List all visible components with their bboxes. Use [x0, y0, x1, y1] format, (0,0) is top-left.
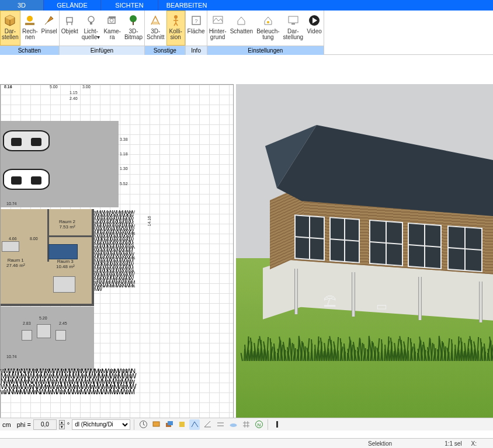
- dim-label: 8.00: [30, 237, 38, 241]
- plan-terrace: [1, 307, 94, 370]
- svg-point-11: [174, 15, 178, 19]
- divider: [268, 419, 268, 430]
- plan-2d-viewport[interactable]: Raum 1 27.46 m² Raum 2 7.53 m² Raum 3 10…: [0, 84, 234, 419]
- bulb-icon: [84, 13, 99, 28]
- flaeche-button[interactable]: ? Fläche: [186, 11, 207, 46]
- beleuchtung-label: Beleuch- tung: [256, 29, 279, 40]
- grid-icon[interactable]: [241, 419, 251, 430]
- schatten-button[interactable]: Schatten: [228, 11, 255, 46]
- objekt-label: Objekt: [61, 29, 78, 34]
- ribbon-group-sonstige: 3D- Schnitt Kolli- sion Sonstige: [145, 11, 186, 55]
- person-icon: [168, 13, 183, 28]
- layers-icon[interactable]: [164, 419, 174, 430]
- rechnen-button[interactable]: Rech- nen: [20, 11, 40, 46]
- monitor-icon: [286, 13, 301, 28]
- room-3-label: Raum 3 10.48 m²: [56, 259, 75, 269]
- dim-label: 2.83: [23, 321, 31, 325]
- svg-rect-4: [90, 22, 92, 25]
- svg-rect-10: [152, 22, 158, 25]
- plane-icon[interactable]: [228, 419, 238, 430]
- svg-rect-16: [289, 16, 298, 23]
- darstellen-button[interactable]: Dar- stellen: [0, 11, 20, 46]
- stack-icon[interactable]: [176, 419, 187, 430]
- tab-3d[interactable]: 3D: [0, 0, 43, 11]
- snap-ortho-icon[interactable]: [189, 419, 200, 430]
- dim-label: 1.15: [70, 91, 78, 95]
- brush-icon: [41, 13, 57, 28]
- render-patio-table: ▭: [376, 299, 387, 313]
- kollision-button[interactable]: Kolli- sion: [166, 11, 185, 46]
- svg-marker-19: [277, 125, 493, 216]
- dim-label: 5.00: [50, 85, 58, 89]
- svg-rect-25: [179, 422, 185, 427]
- render-window: [408, 223, 442, 269]
- pinsel-button[interactable]: Pinsel: [40, 11, 59, 46]
- beleuchtung-button[interactable]: Beleuch- tung: [255, 11, 281, 46]
- plan-table: [53, 276, 75, 293]
- svg-point-15: [267, 21, 269, 23]
- render-3d-viewport[interactable]: ⛱ ▭: [236, 84, 493, 419]
- lichtquelle-label: Licht- quelle▾: [82, 29, 100, 40]
- plan-patio-chair: [55, 330, 66, 341]
- plan-wall: [1, 304, 94, 306]
- lichtquelle-button[interactable]: Licht- quelle▾: [80, 11, 102, 46]
- sonstige-group-label: Sonstige: [145, 46, 185, 55]
- camera-icon: [105, 13, 120, 28]
- screen-icon[interactable]: [151, 419, 161, 430]
- cube-icon: [2, 13, 18, 28]
- status-bar: cm phi = ▲▼ ° dl (Richtung/Di N: [0, 418, 493, 430]
- ribbon-group-einstellungen: Hinter- grund Schatten Beleuch- tung Dar…: [207, 11, 324, 55]
- play-icon: [307, 13, 322, 28]
- area-icon: ?: [189, 13, 204, 28]
- darstellung-button[interactable]: Dar- stellung: [282, 11, 305, 46]
- svg-point-8: [130, 15, 137, 22]
- svg-rect-2: [67, 18, 72, 22]
- phi-stepper[interactable]: ▲▼: [59, 420, 65, 429]
- render-roof: [236, 119, 493, 224]
- tab-sichten[interactable]: SICHTEN: [100, 0, 158, 11]
- schatten-group-label: Schatten: [0, 46, 59, 55]
- work-area: Raum 1 27.46 m² Raum 2 7.53 m² Raum 3 10…: [0, 55, 493, 419]
- plan-patio-chair: [22, 330, 32, 341]
- kamera-button[interactable]: Kame- ra: [102, 11, 122, 46]
- render-pillar: [352, 272, 355, 317]
- house-light-icon: [261, 13, 276, 28]
- phi-input[interactable]: [33, 419, 57, 430]
- render-pillar: [418, 277, 422, 320]
- schatten-label: Schatten: [230, 29, 253, 34]
- snap-angle-icon[interactable]: [202, 419, 213, 430]
- dim-label: 3.00: [82, 85, 91, 89]
- bitmap-label: 3D- Bitmap: [124, 29, 143, 40]
- darstellung-label: Dar- stellung: [283, 29, 303, 40]
- svg-rect-17: [291, 23, 295, 25]
- tab-bearbeiten[interactable]: BEARBEITEN: [158, 0, 215, 11]
- footer-bar: Selektion 1:1 sel X:: [0, 438, 493, 448]
- snap-para-icon[interactable]: [215, 419, 225, 430]
- clock-icon[interactable]: [138, 419, 148, 430]
- dim-label: 2.40: [70, 96, 78, 100]
- video-label: Video: [307, 29, 321, 34]
- schnitt-button[interactable]: 3D- Schnitt: [145, 11, 166, 46]
- bitmap-button[interactable]: 3D- Bitmap: [123, 11, 144, 46]
- ribbon-group-einfuegen: Objekt Licht- quelle▾ Kame- ra 3D- Bitma…: [60, 11, 145, 55]
- render-pillar: [294, 269, 298, 314]
- video-button[interactable]: Video: [305, 11, 324, 46]
- svg-rect-1: [25, 23, 34, 25]
- hintergrund-button[interactable]: Hinter- grund: [207, 11, 228, 46]
- north-icon[interactable]: N: [254, 419, 264, 430]
- plan-furniture: [2, 241, 19, 252]
- direction-dropdown[interactable]: dl (Richtung/Di: [72, 419, 130, 430]
- phi-label: phi =: [17, 421, 31, 428]
- scale-label: 1:1 sel: [445, 440, 461, 447]
- svg-point-0: [27, 16, 33, 22]
- info-icon[interactable]: [272, 419, 282, 430]
- tab-gelaende[interactable]: GELÄNDE: [43, 0, 100, 11]
- plan-hedge-bottom: wMWMwNWMwMWwMWMwMWMwMWMMwMWwMWwWNMwMWMwN…: [1, 369, 138, 394]
- plan-hedge: wMWMwNWMwMWwMWMwMWMwMWMMwMWwMWwNWMwMWwMW…: [94, 210, 135, 368]
- objekt-button[interactable]: Objekt: [60, 11, 80, 46]
- dim-label: 5.20: [39, 316, 47, 320]
- einstellungen-group-label: Einstellungen: [207, 46, 324, 55]
- room-2-label: Raum 2 7.53 m²: [59, 219, 75, 230]
- section-icon: [148, 13, 163, 28]
- render-pillar: [479, 282, 482, 322]
